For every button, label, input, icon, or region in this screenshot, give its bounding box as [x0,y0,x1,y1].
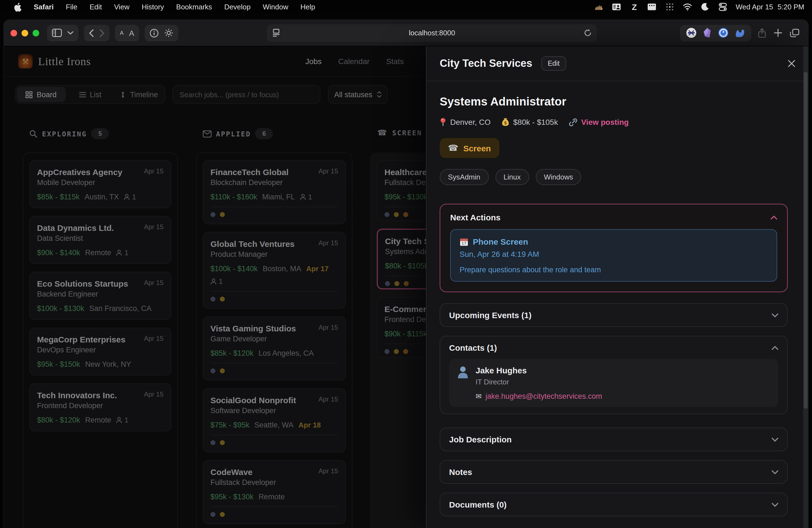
forward-button[interactable] [99,29,104,37]
extension-obsidian-icon[interactable] [703,28,711,38]
grid-dots-menu-icon[interactable] [665,2,675,12]
sidebar-chevron-down-icon[interactable] [68,31,73,35]
job-salary-text: $80k - $105k [513,118,558,127]
menu-item-edit[interactable]: Edit [83,3,108,11]
zoom-window-button[interactable] [33,30,39,36]
event-datetime: Sun, Apr 26 at 4:19 AM [460,250,768,259]
macos-menu-bar: Safari File Edit View History Bookmarks … [0,0,812,14]
extension-1password-icon[interactable] [718,28,729,38]
contact-email-link[interactable]: jake.hughes@citytechservices.com [485,392,602,400]
menu-item-develop[interactable]: Develop [218,3,257,11]
address-bar[interactable]: localhost:8000 [267,24,597,42]
safari-window: A A localhost:8000 [4,20,808,528]
money-bag-icon: $ [502,118,509,127]
extension-snowflake-icon[interactable] [686,28,697,38]
keyboard-menu-icon[interactable] [648,2,657,12]
menu-bar-time: 5:20 PM [778,3,804,11]
status-chip-screen[interactable]: ☎ Screen [440,138,499,158]
panel-company-title: City Tech Services [440,57,532,70]
notes-label: Notes [449,467,472,476]
phone-icon: ☎ [448,143,458,153]
contact-avatar-icon [457,366,469,379]
text-size-group: A A [115,25,139,41]
info-icon[interactable] [150,28,159,37]
tab-overview-icon[interactable] [790,28,799,37]
tag-linux[interactable]: Linux [495,169,529,185]
share-icon[interactable] [758,28,766,38]
calendar-icon: 17 [460,237,468,246]
job-salary: $ $80k - $105k [502,118,558,127]
documents-section[interactable]: Documents (0) [440,493,788,516]
location-pin-icon [440,118,446,127]
menu-item-view[interactable]: View [108,3,135,11]
page-tools-group [145,25,178,41]
wifi-menu-icon[interactable] [683,2,692,12]
decrease-text-size-button[interactable]: A [120,30,124,36]
reload-icon[interactable] [584,29,592,37]
apple-menu-icon[interactable] [8,2,28,11]
reader-view-icon[interactable] [272,29,280,37]
contacts-label: Contacts (1) [449,343,497,352]
event-note: Prepare questions about the role and tea… [460,266,768,274]
contact-role: IT Director [476,378,602,386]
hedgehog-emoji-icon[interactable] [594,2,604,12]
page-scrollbar-thumb[interactable] [804,72,808,409]
settings-gear-icon[interactable] [164,28,173,38]
svg-text:17: 17 [462,241,466,245]
view-posting-text: View posting [581,118,628,127]
job-description-label: Job Description [449,435,512,444]
job-location: Denver, CO [440,118,491,127]
contacts-section[interactable]: Contacts (1) Jake Hughes IT Director [440,336,788,414]
menu-item-help[interactable]: Help [294,3,321,11]
menu-bar-left: Safari File Edit View History Bookmarks … [0,2,321,11]
minimize-window-button[interactable] [21,30,28,36]
close-window-button[interactable] [11,30,17,36]
next-action-event-card[interactable]: 17 Phone Screen Sun, Apr 26 at 4:19 AM P… [450,229,777,282]
menu-bar-status: Z Wed Apr 15 5:20 PM [594,2,812,12]
new-tab-icon[interactable] [774,29,782,37]
chevron-down-icon [772,437,778,442]
status-chip-label: Screen [463,143,491,153]
panel-body: Systems Administrator Denver, CO $ $80k … [426,80,808,528]
menu-item-window[interactable]: Window [257,3,294,11]
menu-item-bookmarks[interactable]: Bookmarks [170,3,218,11]
extension-blue-app-icon[interactable] [735,28,745,38]
sidebar-toggle-icon[interactable] [52,29,62,37]
job-location-text: Denver, CO [450,118,491,127]
tag-sysadmin[interactable]: SysAdmin [440,169,489,185]
menu-item-file[interactable]: File [60,3,83,11]
control-center-menu-icon[interactable] [718,2,727,12]
focus-moon-menu-icon[interactable] [700,2,710,12]
contact-card: Jake Hughes IT Director ✉ jake.hughes@ci… [449,359,778,407]
window-controls [11,30,39,36]
next-actions-title: Next Actions [450,212,501,222]
panel-header: City Tech Services Edit [426,46,808,81]
history-nav-group [84,25,110,41]
upcoming-events-section[interactable]: Upcoming Events (1) [440,303,788,327]
tag-windows[interactable]: Windows [536,169,581,185]
mail-icon: ✉ [476,392,482,400]
close-panel-button[interactable] [788,60,795,68]
url-text: localhost:8000 [280,29,584,37]
job-description-section[interactable]: Job Description [440,427,788,451]
notes-section[interactable]: Notes [440,460,788,484]
contact-email-row: ✉ jake.hughes@citytechservices.com [476,392,602,400]
screen: Safari File Edit View History Bookmarks … [0,0,812,528]
overlay-scrim[interactable] [4,46,426,528]
job-detail-panel: City Tech Services Edit Systems Administ… [426,46,808,528]
increase-text-size-button[interactable]: A [129,28,134,37]
menu-item-history[interactable]: History [135,3,170,11]
safari-toolbar: A A localhost:8000 [4,20,808,46]
view-posting-link[interactable]: View posting [569,118,628,127]
z-app-menu-icon[interactable]: Z [630,2,639,12]
next-actions-section: Next Actions 17 Phone Screen Sun, Apr 26… [440,204,788,292]
contacts-menu-icon[interactable] [612,2,621,12]
link-icon [569,118,577,126]
menu-bar-clock[interactable]: Wed Apr 15 5:20 PM [736,3,804,11]
edit-button[interactable]: Edit [541,56,566,71]
menu-item-safari[interactable]: Safari [28,3,60,11]
sidebar-control-group [47,25,78,41]
next-actions-header[interactable]: Next Actions [450,212,777,222]
back-button[interactable] [89,29,94,37]
job-title: Systems Administrator [440,95,788,108]
